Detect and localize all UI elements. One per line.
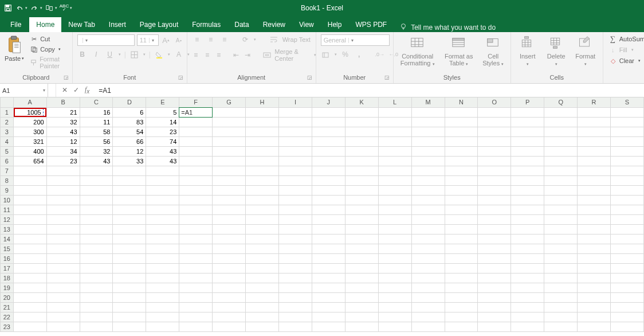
cell[interactable] [445, 136, 478, 146]
cell[interactable] [378, 156, 411, 166]
cell[interactable] [179, 273, 213, 283]
column-header[interactable]: C [80, 97, 113, 107]
orientation-icon[interactable]: ⟳ [240, 34, 250, 45]
cell[interactable] [312, 156, 345, 166]
column-header[interactable]: Q [544, 97, 578, 107]
row-header[interactable]: 4 [1, 136, 14, 146]
column-header[interactable]: M [411, 97, 445, 107]
cell[interactable] [478, 166, 511, 175]
cell[interactable] [179, 175, 213, 185]
accounting-format-icon[interactable] [321, 49, 331, 60]
cell[interactable] [46, 253, 80, 263]
column-header[interactable]: R [578, 97, 611, 107]
spellcheck-icon[interactable]: ABC✓ [60, 3, 69, 13]
cell[interactable] [146, 292, 179, 302]
cell[interactable] [146, 185, 179, 195]
cell[interactable] [411, 146, 445, 156]
row-header[interactable]: 23 [1, 322, 14, 331]
cell[interactable] [445, 205, 478, 214]
cell[interactable] [345, 156, 378, 166]
cell[interactable] [246, 175, 279, 185]
cell[interactable] [611, 292, 644, 302]
cell[interactable] [246, 292, 279, 302]
cell[interactable] [345, 224, 378, 234]
row-header[interactable]: 10 [1, 195, 14, 205]
cell[interactable]: 654 [13, 156, 46, 166]
format-cells-button[interactable]: Format▾ [573, 34, 598, 67]
cell[interactable] [312, 166, 345, 175]
percent-icon[interactable]: % [340, 49, 351, 60]
cell[interactable] [13, 312, 46, 322]
cell[interactable] [246, 117, 279, 127]
cell[interactable] [411, 283, 445, 292]
row-header[interactable]: 5 [1, 146, 14, 156]
cell[interactable] [312, 205, 345, 214]
decrease-font-icon[interactable]: A▾ [174, 35, 184, 45]
cell[interactable] [411, 156, 445, 166]
cell[interactable] [312, 146, 345, 156]
cell[interactable] [13, 322, 46, 331]
fill-color-icon[interactable] [154, 49, 164, 60]
cell[interactable] [445, 214, 478, 224]
cell[interactable] [544, 283, 578, 292]
cell[interactable] [213, 205, 246, 214]
cell[interactable] [578, 214, 611, 224]
cell[interactable] [578, 195, 611, 205]
cell[interactable] [113, 234, 146, 244]
cell[interactable]: 66 [113, 136, 146, 146]
cell[interactable] [411, 185, 445, 195]
clipboard-launcher-icon[interactable]: ◲ [64, 75, 69, 80]
cell[interactable] [544, 156, 578, 166]
cell[interactable] [80, 175, 113, 185]
redo-dropdown-icon[interactable]: ▾ [40, 6, 42, 10]
cell[interactable] [445, 107, 478, 117]
cell[interactable] [179, 214, 213, 224]
cell[interactable] [146, 263, 179, 273]
cell[interactable] [80, 312, 113, 322]
column-header[interactable]: L [378, 97, 411, 107]
row-header[interactable]: 16 [1, 253, 14, 263]
cell[interactable] [246, 224, 279, 234]
row-header[interactable]: 14 [1, 234, 14, 244]
cell[interactable] [213, 322, 246, 331]
cell[interactable] [445, 156, 478, 166]
cell[interactable] [80, 322, 113, 331]
cell[interactable]: 23 [46, 156, 80, 166]
cell[interactable] [113, 322, 146, 331]
cell[interactable] [80, 234, 113, 244]
cell[interactable]: 54 [113, 127, 146, 136]
cell[interactable] [544, 205, 578, 214]
cell[interactable] [146, 175, 179, 185]
align-center-icon[interactable]: ≡ [203, 50, 211, 60]
cell[interactable] [478, 214, 511, 224]
cell[interactable] [278, 214, 312, 224]
cell[interactable] [445, 195, 478, 205]
cell[interactable] [511, 117, 544, 127]
cell[interactable] [478, 292, 511, 302]
cell[interactable] [511, 292, 544, 302]
cell[interactable] [213, 185, 246, 195]
cell[interactable] [578, 166, 611, 175]
cell[interactable] [478, 234, 511, 244]
cell[interactable]: 300 [13, 127, 46, 136]
cell[interactable] [445, 117, 478, 127]
cell[interactable] [46, 244, 80, 253]
cell[interactable] [179, 253, 213, 263]
cell[interactable] [378, 273, 411, 283]
cell[interactable] [246, 263, 279, 273]
cell[interactable] [611, 117, 644, 127]
cell[interactable] [46, 185, 80, 195]
cell[interactable] [146, 312, 179, 322]
cell[interactable] [411, 117, 445, 127]
cell[interactable]: 1005 [13, 107, 46, 117]
cell[interactable] [246, 214, 279, 224]
cell[interactable] [544, 146, 578, 156]
cell[interactable] [378, 127, 411, 136]
row-header[interactable]: 21 [1, 302, 14, 312]
cell[interactable] [146, 273, 179, 283]
cell[interactable] [544, 107, 578, 117]
cell[interactable] [46, 195, 80, 205]
cell[interactable] [411, 136, 445, 146]
cell[interactable] [278, 127, 312, 136]
cell[interactable] [345, 244, 378, 253]
